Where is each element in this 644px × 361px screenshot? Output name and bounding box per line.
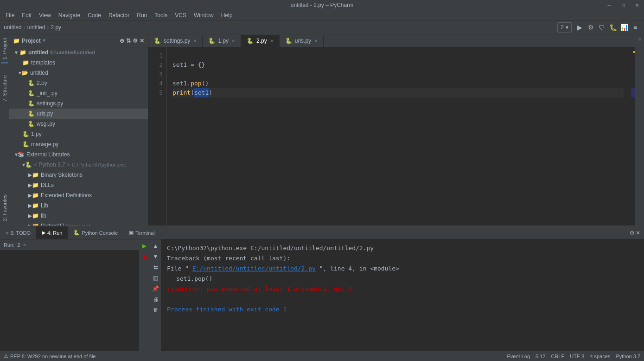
sidebar-tab-structure[interactable]: 7: Structure xyxy=(1,72,8,104)
tree-external-libs[interactable]: ▾ 📚 External Libraries xyxy=(9,149,148,160)
code-editor[interactable]: set1 = {} set1 . pop () print ( set xyxy=(167,47,629,226)
menu-file[interactable]: File xyxy=(2,11,18,19)
run-extra-button[interactable]: ≡ xyxy=(630,22,640,32)
tab-bar: 🐍 settings.py ✕ 🐍 1.py ✕ 🐍 2.py ✕ 🐍 urls… xyxy=(148,34,635,47)
sidebar-tab-favorites[interactable]: 2: Favorites xyxy=(1,192,8,224)
line-num-5: 5 xyxy=(148,88,163,97)
tree-file-settings[interactable]: 🐍 settings.py xyxy=(9,98,148,109)
breadcrumb-part-1[interactable]: untitled xyxy=(4,24,22,31)
tree-lib[interactable]: ▶ 📁 lib xyxy=(9,211,148,221)
project-sort-button[interactable]: ⇅ xyxy=(126,38,131,44)
run-print-btn[interactable]: 🖨 xyxy=(151,295,160,304)
tree-python37[interactable]: ▾ 🐍 < Python 3.7 > C:\Python37\python.ex… xyxy=(9,160,148,170)
bottom-tab-python-console[interactable]: 🐍 Python Console xyxy=(68,226,123,239)
project-header-label: Project xyxy=(22,38,41,44)
run-stop-btn[interactable]: ◼ xyxy=(140,252,149,261)
run-profile-button[interactable]: 📊 xyxy=(619,22,629,32)
tree-templates[interactable]: 📁 templates xyxy=(9,58,148,68)
tree-binary-skeletons[interactable]: ▶ 📁 Binary Skeletons xyxy=(9,170,148,180)
run-scroll-up[interactable]: ▲ xyxy=(151,241,160,251)
status-encoding[interactable]: UTF-8 xyxy=(570,354,584,359)
python-file-icon: 🐍 xyxy=(28,121,35,127)
menu-refactor[interactable]: Refactor xyxy=(105,11,133,19)
menu-view[interactable]: View xyxy=(35,11,55,19)
tree-untitled-folder[interactable]: ▾ 📂 untitled xyxy=(9,68,148,78)
bottom-tab-todo[interactable]: ≡ 6: TODO xyxy=(0,226,36,239)
bottom-close-button[interactable]: ✕ xyxy=(636,230,640,236)
run-play-button[interactable]: ▶ xyxy=(574,22,585,32)
status-position[interactable]: 5:12 xyxy=(536,354,545,359)
run-subtab-close[interactable]: ✕ xyxy=(23,242,26,247)
tree-file-init[interactable]: 🐍 _init_.py xyxy=(9,88,148,98)
run-debug-button[interactable]: 🐛 xyxy=(608,22,618,32)
tab-close-1py[interactable]: ✕ xyxy=(231,39,235,44)
nav-bar: untitled › untitled › 2.py 2 ▾ ▶ ⚙ 🛡 🐛 📊… xyxy=(0,20,644,34)
run-pin-btn[interactable]: 📌 xyxy=(151,284,160,293)
run-counter[interactable]: 2 ▾ xyxy=(557,22,572,32)
tab-close-settings[interactable]: ✕ xyxy=(193,39,197,44)
tab-urls-py[interactable]: 🐍 urls.py ✕ xyxy=(280,35,324,47)
python-file-icon: 🐍 xyxy=(28,100,35,107)
tab-close-urls[interactable]: ✕ xyxy=(314,39,318,44)
close-button[interactable]: ✕ xyxy=(630,0,644,10)
tree-file-2py[interactable]: 🐍 2.py xyxy=(9,78,148,88)
sidebar-tab-project[interactable]: 1: Project xyxy=(1,35,8,63)
breadcrumb-part-2[interactable]: untitled xyxy=(27,24,45,31)
project-close-button[interactable]: ✕ xyxy=(140,38,144,44)
code-line-2: set1 = {} xyxy=(172,60,624,70)
bottom-settings-button[interactable]: ⚙ xyxy=(630,230,635,236)
editor-content[interactable]: 1 2 3 4 5 set1 = {} set1 xyxy=(148,47,635,226)
menu-vcs[interactable]: VCS xyxy=(171,11,190,19)
tab-close-2py[interactable]: ✕ xyxy=(270,39,274,44)
project-header-chevron: ▾ xyxy=(43,38,45,44)
run-filter-btn[interactable]: ▥ xyxy=(151,273,160,283)
bottom-tab-run[interactable]: ▶ 4: Run xyxy=(36,226,68,239)
tree-extended-defs[interactable]: ▶ 📁 Extended Definitions xyxy=(9,190,148,200)
run-wrap-btn[interactable]: ⇆ xyxy=(151,263,160,272)
status-python[interactable]: Python 3.7 xyxy=(616,354,640,359)
run-file-link[interactable]: E:/untitled/untitled/untitled/2.py xyxy=(192,265,316,272)
console-icon: 🐍 xyxy=(73,230,80,236)
bottom-tab-terminal[interactable]: ▣ Terminal xyxy=(123,226,160,239)
run-output-line-1: C:\Python37\python.exe E:/untitled/untit… xyxy=(167,243,638,253)
run-output-line-4: set1.pop() xyxy=(167,274,638,284)
run-play-btn[interactable]: ▶ xyxy=(140,241,149,251)
run-settings-button[interactable]: ⚙ xyxy=(586,22,596,32)
status-warning[interactable]: PEP 8: W292 no newline at end of file xyxy=(10,354,96,359)
tree-file-wsgi[interactable]: 🐍 wsgi.py xyxy=(9,119,148,129)
maximize-button[interactable]: □ xyxy=(616,0,630,10)
run-coverage-button[interactable]: 🛡 xyxy=(597,22,607,32)
tree-root[interactable]: ▾ 📁 untitled E:\untitled\untitled xyxy=(9,47,148,58)
run-output-line-2: Traceback (most recent call last): xyxy=(167,253,638,264)
menu-navigate[interactable]: Navigate xyxy=(55,11,84,19)
menu-code[interactable]: Code xyxy=(84,11,105,19)
status-event-log[interactable]: Event Log xyxy=(507,354,530,359)
console-label: Python Console xyxy=(82,230,118,236)
tab-settings-py[interactable]: 🐍 settings.py ✕ xyxy=(148,35,203,47)
tree-dlls[interactable]: ▶ 📁 DLLs xyxy=(9,180,148,190)
project-settings-button[interactable]: ⚙ xyxy=(133,38,138,44)
menu-window[interactable]: Window xyxy=(190,11,217,19)
project-add-button[interactable]: ⊕ xyxy=(120,38,124,44)
status-line-ending[interactable]: CRLF xyxy=(551,354,564,359)
tab-1py[interactable]: 🐍 1.py ✕ xyxy=(203,35,241,47)
status-indent[interactable]: 4 spaces xyxy=(590,354,610,359)
run-scroll-down[interactable]: ▼ xyxy=(151,252,160,261)
menu-edit[interactable]: Edit xyxy=(18,11,35,19)
tree-file-urls[interactable]: 🐍 urls.py xyxy=(9,109,148,119)
code-paren: ( xyxy=(191,88,194,97)
menu-help[interactable]: Help xyxy=(217,11,236,19)
menu-tools[interactable]: Tools xyxy=(151,11,171,19)
tab-2py[interactable]: 🐍 2.py ✕ xyxy=(241,35,280,47)
run-output[interactable]: C:\Python37\python.exe E:/untitled/untit… xyxy=(161,239,644,351)
breadcrumb-part-3[interactable]: 2.py xyxy=(51,24,61,31)
gutter-mark-yellow xyxy=(633,51,635,53)
run-trash-btn[interactable]: 🗑 xyxy=(151,305,160,315)
menu-run[interactable]: Run xyxy=(133,11,151,19)
minimize-button[interactable]: ─ xyxy=(602,0,616,10)
tab-label: 2.py xyxy=(256,38,267,44)
tree-lib-cap[interactable]: ▶ 📁 Lib xyxy=(9,200,148,211)
tree-file-manage[interactable]: 🐍 manage.py xyxy=(9,139,148,149)
tree-python37-root[interactable]: ▶ 📁 Python37 library root xyxy=(9,221,148,226)
tree-file-1py[interactable]: 🐍 1.py xyxy=(9,129,148,139)
